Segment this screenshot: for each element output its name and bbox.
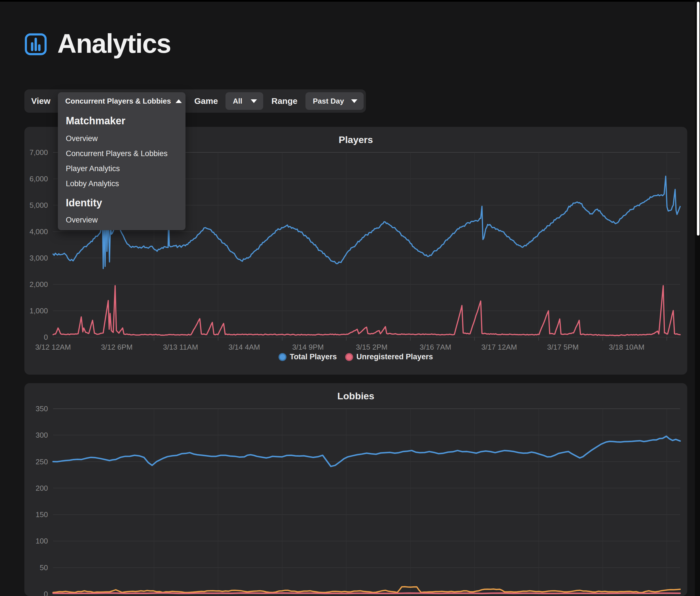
svg-text:3/12 12AM: 3/12 12AM: [35, 343, 71, 351]
scrollbar-thumb[interactable]: [697, 2, 699, 235]
svg-text:300: 300: [36, 431, 48, 439]
svg-text:200: 200: [36, 484, 48, 492]
game-select-value: All: [233, 97, 242, 105]
svg-text:3/17 12AM: 3/17 12AM: [481, 343, 517, 351]
svg-text:250: 250: [36, 457, 48, 466]
bar-chart-icon: [24, 33, 47, 56]
menu-item-identity-overview[interactable]: Overview: [66, 216, 98, 224]
chevron-down-icon: [251, 99, 257, 103]
svg-text:3,000: 3,000: [29, 254, 48, 262]
svg-text:4,000: 4,000: [29, 227, 48, 236]
menu-item-matchmaker-overview[interactable]: Overview: [66, 134, 98, 143]
game-label: Game: [194, 90, 218, 113]
legend-dot-pink: [345, 353, 353, 361]
legend-label: Total Players: [290, 352, 337, 361]
view-select-menu: Concurrent Players & Lobbies Matchmaker …: [58, 92, 185, 230]
players-chart-legend: Total Players Unregistered Players: [24, 352, 687, 361]
view-label: View: [31, 90, 51, 113]
legend-dot-blue: [279, 353, 286, 361]
view-select[interactable]: Concurrent Players & Lobbies: [58, 92, 185, 110]
range-select-value: Past Day: [313, 97, 344, 105]
game-select[interactable]: All: [226, 92, 263, 110]
svg-text:3/18 10AM: 3/18 10AM: [609, 343, 644, 351]
svg-text:3/12 6PM: 3/12 6PM: [101, 343, 132, 351]
svg-text:6,000: 6,000: [29, 175, 48, 183]
svg-text:7,000: 7,000: [29, 148, 48, 157]
menu-section-identity: Identity: [66, 197, 102, 209]
svg-text:0: 0: [44, 590, 48, 596]
legend-label: Unregistered Players: [356, 352, 433, 361]
view-select-value: Concurrent Players & Lobbies: [65, 97, 171, 105]
range-select[interactable]: Past Day: [306, 92, 364, 110]
menu-section-matchmaker: Matchmaker: [66, 115, 125, 127]
legend-item-unregistered-players[interactable]: Unregistered Players: [345, 352, 433, 361]
lobbies-chart-canvas: 050100150200250300350: [24, 383, 687, 596]
svg-text:5,000: 5,000: [29, 201, 48, 209]
series-line-series-orange: [53, 587, 680, 592]
menu-item-lobby-analytics[interactable]: Lobby Analytics: [66, 179, 119, 188]
svg-text:3/14 4AM: 3/14 4AM: [228, 343, 260, 351]
range-label: Range: [271, 90, 297, 113]
series-line-series-blue: [53, 436, 680, 466]
svg-text:100: 100: [36, 537, 48, 545]
svg-text:2,000: 2,000: [29, 280, 48, 289]
svg-text:3/16 7AM: 3/16 7AM: [420, 343, 451, 351]
svg-text:3/15 2PM: 3/15 2PM: [356, 343, 387, 351]
svg-text:3/14 9PM: 3/14 9PM: [292, 343, 323, 351]
svg-text:50: 50: [40, 563, 48, 572]
svg-text:3/13 11AM: 3/13 11AM: [163, 343, 198, 351]
legend-item-total-players[interactable]: Total Players: [279, 352, 337, 361]
menu-item-player-analytics[interactable]: Player Analytics: [66, 164, 120, 173]
svg-text:150: 150: [36, 510, 48, 519]
page-title: Analytics: [57, 28, 171, 59]
window-top-edge: [0, 0, 700, 2]
menu-item-concurrent-players-lobbies[interactable]: Concurrent Players & Lobbies: [66, 149, 167, 158]
svg-text:1,000: 1,000: [29, 306, 48, 315]
svg-text:3/17 5PM: 3/17 5PM: [547, 343, 579, 351]
chevron-down-icon: [351, 99, 357, 103]
svg-text:0: 0: [44, 333, 48, 342]
chevron-up-icon: [176, 99, 182, 103]
svg-text:350: 350: [36, 404, 48, 413]
lobbies-chart-card: Lobbies 050100150200250300350: [24, 383, 687, 596]
